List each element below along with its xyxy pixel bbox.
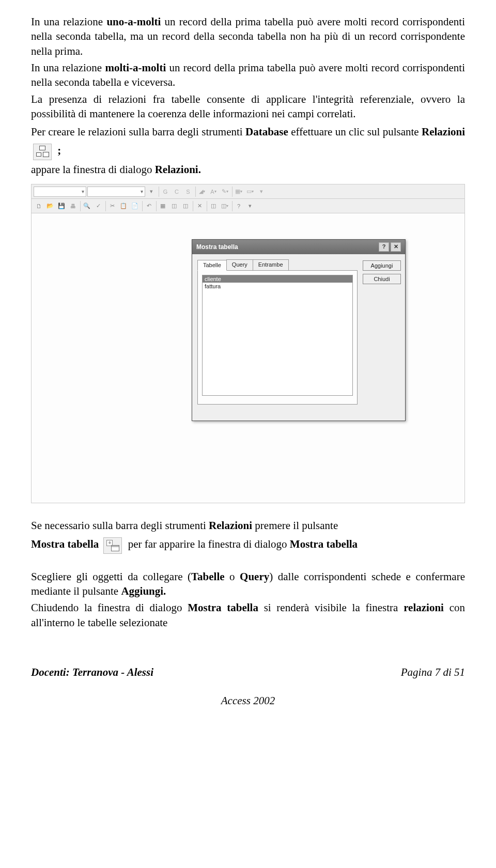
toolbar-area: ▾ G C S ◢ A ✎ ▦ ▭ ▾ 🗋 📂 💾 🖶 🔍 ✓ ✂ 📋 📄 ↶ … — [31, 184, 465, 213]
toolbar-row-standard: 🗋 📂 💾 🖶 🔍 ✓ ✂ 📋 📄 ↶ ▦ ◫ ◫ ✕ ◫ ◫ ? ▾ — [32, 199, 464, 213]
new-button[interactable]: 🗋 — [34, 201, 44, 211]
spellcheck-button[interactable]: ✓ — [93, 201, 103, 211]
list-item[interactable]: cliente — [203, 275, 352, 283]
allrel-button[interactable]: ◫ — [180, 201, 191, 211]
dialog-tabs: Tabelle Query Entrambe — [197, 259, 400, 270]
list-item[interactable]: fattura — [203, 283, 352, 290]
underline-button[interactable]: S — [183, 187, 193, 197]
footer-docenti: Docenti: Terranova - Alessi — [31, 666, 153, 679]
paragraph-uno-a-molti: In una relazione uno-a-molti un record d… — [31, 14, 465, 58]
open-button[interactable]: 📂 — [45, 201, 55, 211]
grid-button[interactable]: ▦ — [232, 187, 244, 197]
tab-tabelle[interactable]: Tabelle — [197, 260, 227, 271]
fill-color-button[interactable]: ◢ — [195, 187, 207, 197]
copy-button[interactable]: 📋 — [118, 201, 129, 211]
bold-button[interactable]: G — [159, 187, 171, 197]
delete-button[interactable]: ✕ — [193, 201, 205, 211]
paragraph-integrita: La presenza di relazioni fra tabelle con… — [31, 92, 465, 121]
save-button[interactable]: 💾 — [56, 201, 67, 211]
showtable-button[interactable]: ▦ — [156, 201, 168, 211]
dialog-help-button[interactable]: ? — [379, 242, 389, 252]
help-button[interactable]: ? — [232, 201, 244, 211]
page-footer: Docenti: Terranova - Alessi Pagina 7 di … — [31, 666, 465, 679]
more-button[interactable]: ▾ — [256, 187, 267, 197]
footer-title: Access 2002 — [31, 694, 465, 707]
paragraph-chiudendo: Chiudendo la finestra di dialogo Mostra … — [31, 600, 465, 630]
newquery-button[interactable]: ◫ — [207, 201, 219, 211]
more2-button[interactable]: ▾ — [245, 201, 255, 211]
empty-dropdown[interactable]: ▾ — [146, 187, 157, 197]
italic-button[interactable]: C — [172, 187, 182, 197]
preview-button[interactable]: 🔍 — [80, 201, 92, 211]
paragraph-appare-finestra: appare la finestra di dialogo Relazioni. — [31, 162, 465, 177]
dialog-close-button[interactable]: ✕ — [391, 242, 401, 252]
paragraph-mostra-tabella: Se necessario sulla barra degli strument… — [31, 517, 465, 553]
paragraph-molti-a-molti: In una relazione molti-a-molti un record… — [31, 60, 465, 90]
font-color-button[interactable]: A — [208, 187, 219, 197]
cut-button[interactable]: ✂ — [105, 201, 117, 211]
print-button[interactable]: 🖶 — [68, 201, 78, 211]
mostra-tabella-dialog: Mostra tabella ? ✕ Tabelle Query Entramb… — [192, 239, 406, 421]
font-name-dropdown[interactable] — [34, 187, 86, 197]
tables-listbox[interactable]: cliente fattura — [202, 275, 353, 396]
directrel-button[interactable]: ◫ — [169, 201, 179, 211]
paragraph-relazioni-action: Per creare le relazioni sulla barra degl… — [31, 123, 465, 160]
footer-page-number: Pagina 7 di 51 — [401, 666, 465, 679]
dialog-tab-panel: cliente fattura — [197, 270, 358, 405]
mostra-tabella-icon — [103, 537, 122, 554]
dialog-title: Mostra tabella — [196, 243, 377, 251]
line-color-button[interactable]: ✎ — [220, 187, 230, 197]
tab-query[interactable]: Query — [226, 259, 253, 270]
tab-entrambe[interactable]: Entrambe — [253, 259, 289, 270]
paragraph-scegliere-oggetti: Scegliere gli oggetti da collegare (Tabe… — [31, 569, 465, 599]
dbwindow-button[interactable]: ◫ — [220, 201, 230, 211]
toolbar-row-formatting: ▾ G C S ◢ A ✎ ▦ ▭ ▾ — [32, 184, 464, 199]
border-button[interactable]: ▭ — [245, 187, 255, 197]
dialog-titlebar[interactable]: Mostra tabella ? ✕ — [192, 240, 405, 254]
paste-button[interactable]: 📄 — [130, 201, 140, 211]
font-size-dropdown[interactable] — [87, 187, 145, 197]
undo-button[interactable]: ↶ — [142, 201, 154, 211]
relazioni-icon — [33, 144, 52, 160]
chiudi-button[interactable]: Chiudi — [363, 274, 401, 284]
relazioni-canvas: Mostra tabella ? ✕ Tabelle Query Entramb… — [31, 213, 465, 503]
